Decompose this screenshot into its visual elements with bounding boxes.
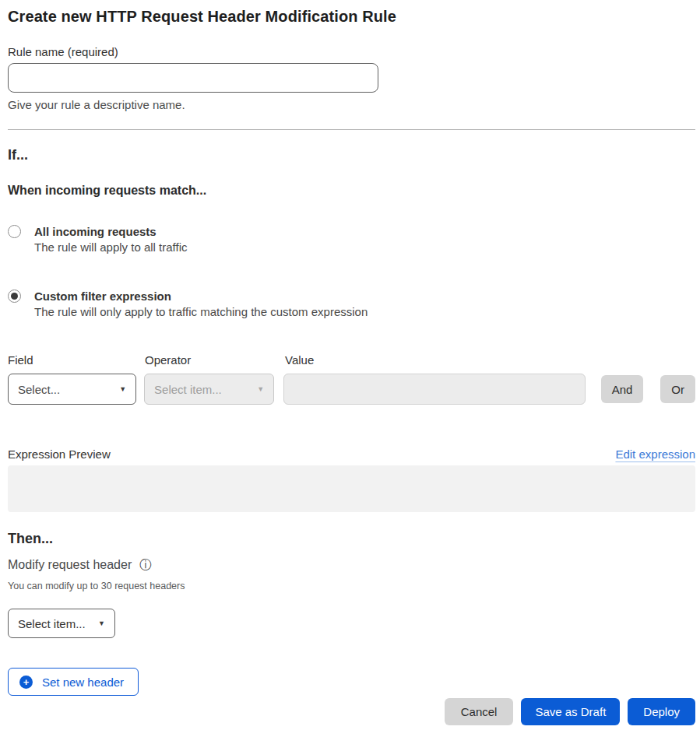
and-button[interactable]: And — [601, 375, 644, 403]
page-title: Create new HTTP Request Header Modificat… — [8, 6, 695, 26]
operator-select[interactable]: Select item... ▼ — [144, 374, 274, 405]
radio-option-label: Custom filter expression — [34, 289, 368, 304]
expression-preview-header: Expression Preview Edit expression — [8, 447, 695, 461]
operator-select-value: Select item... — [154, 383, 222, 396]
radio-option-description: The rule will only apply to traffic matc… — [34, 304, 368, 320]
field-label: Field — [8, 353, 145, 367]
rule-name-help: Give your rule a descriptive name. — [8, 97, 695, 112]
info-icon[interactable]: ⓘ — [139, 559, 152, 571]
chevron-down-icon: ▼ — [257, 385, 264, 393]
if-section-heading: If... — [8, 146, 695, 164]
set-new-header-label: Set new header — [42, 676, 124, 689]
set-new-header-button[interactable]: + Set new header — [8, 668, 139, 696]
modify-request-header-row: Modify request header ⓘ — [8, 557, 695, 573]
radio-button-selected-icon[interactable] — [8, 290, 21, 303]
or-button[interactable]: Or — [660, 375, 695, 403]
expression-builder-labels: Field Operator Value — [8, 353, 695, 367]
save-as-draft-button[interactable]: Save as Draft — [521, 698, 620, 725]
modify-header-help: You can modify up to 30 request headers — [8, 581, 695, 592]
cancel-button[interactable]: Cancel — [445, 698, 514, 725]
section-divider — [8, 129, 695, 130]
value-input[interactable] — [283, 374, 586, 405]
radio-option-custom-filter-expression[interactable]: Custom filter expression The rule will o… — [8, 289, 695, 320]
field-select[interactable]: Select... ▼ — [8, 374, 136, 405]
modify-request-header-label: Modify request header — [8, 557, 132, 573]
radio-option-all-incoming-requests[interactable]: All incoming requests The rule will appl… — [8, 224, 695, 255]
radio-option-description: The rule will apply to all traffic — [34, 239, 187, 255]
expression-preview-box — [8, 465, 695, 512]
plus-icon: + — [19, 676, 33, 689]
create-rule-form: Create new HTTP Request Header Modificat… — [0, 0, 700, 725]
header-name-select-value: Select item... — [18, 617, 86, 630]
expression-preview-label: Expression Preview — [8, 447, 111, 461]
radio-option-label: All incoming requests — [34, 224, 187, 239]
rule-name-label: Rule name (required) — [8, 44, 695, 59]
rule-name-input[interactable] — [8, 63, 378, 93]
header-name-select[interactable]: Select item... ▼ — [8, 609, 115, 638]
field-select-value: Select... — [18, 383, 60, 396]
footer-actions: Cancel Save as Draft Deploy — [8, 698, 695, 725]
value-label: Value — [285, 353, 589, 367]
radio-button-icon[interactable] — [8, 225, 21, 238]
deploy-button[interactable]: Deploy — [628, 698, 695, 725]
chevron-down-icon: ▼ — [98, 619, 105, 627]
operator-label: Operator — [145, 353, 285, 367]
incoming-requests-subheading: When incoming requests match... — [8, 183, 695, 198]
then-section-heading: Then... — [8, 530, 695, 548]
edit-expression-link[interactable]: Edit expression — [615, 447, 695, 461]
chevron-down-icon: ▼ — [119, 385, 126, 393]
expression-builder-row: Select... ▼ Select item... ▼ And Or — [8, 374, 695, 405]
